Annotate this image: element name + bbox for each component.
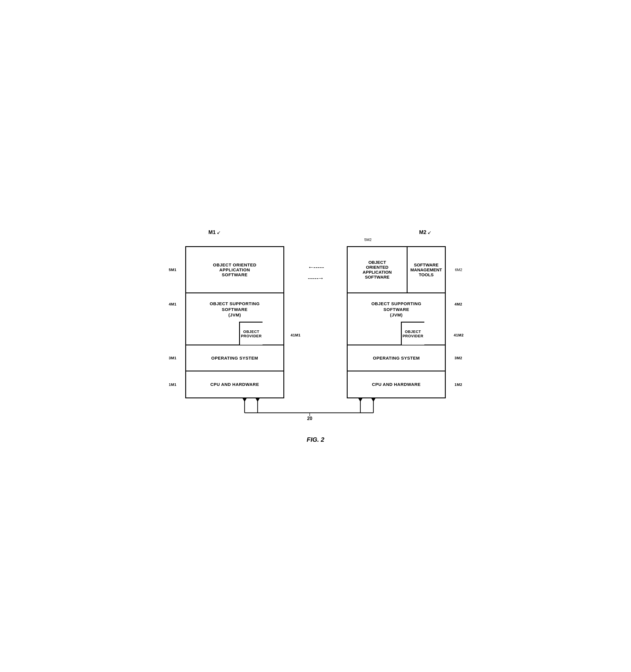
m1-cpu-ref: 1M1 — [169, 382, 177, 386]
m1-os-layer: 3M1 OPERATING SYSTEM — [186, 345, 283, 371]
m2-app-left-text: OBJECT ORIENTED APPLICATION SOFTWARE — [363, 260, 392, 280]
m2-app-right-ref: 6M2 — [455, 268, 462, 272]
svg-marker-6 — [358, 398, 363, 402]
diagram: M1 ↙ 5M1 OBJECT ORIENTED APPLICATION SOF… — [185, 229, 446, 443]
m1-provider-text: OBJECT PROVIDER — [241, 330, 262, 338]
m2-jvm-inner: OBJECT SUPPORTING SOFTWARE (JVM) OBJECT … — [369, 293, 424, 345]
m2-provider-text: OBJECT PROVIDER — [403, 330, 423, 338]
network-area: 20 — [185, 398, 446, 427]
m2-label: M2 — [419, 230, 426, 236]
network-svg: 20 — [200, 398, 431, 427]
m1-os-text: OPERATING SYSTEM — [211, 356, 258, 360]
m1-cpu-text: CPU AND HARDWARE — [210, 382, 259, 387]
m2-os-text: OPERATING SYSTEM — [373, 356, 420, 360]
m1-provider-ref: 41M1 — [290, 333, 301, 337]
machine-m1: M1 ↙ 5M1 OBJECT ORIENTED APPLICATION SOF… — [185, 246, 284, 398]
machines-row: M1 ↙ 5M1 OBJECT ORIENTED APPLICATION SOF… — [185, 229, 446, 398]
m1-app-layer: 5M1 OBJECT ORIENTED APPLICATION SOFTWARE — [186, 247, 283, 293]
left-arrow: ←- - - - - — [308, 264, 323, 271]
m1-object-provider: OBJECT PROVIDER — [239, 322, 262, 345]
m2-provider-ref: 41M2 — [453, 333, 464, 337]
m1-app-label: 5M1 — [169, 268, 177, 272]
m1-jvm-layer: OBJECT SUPPORTING SOFTWARE (JVM) OBJECT … — [186, 293, 283, 345]
svg-marker-8 — [371, 398, 375, 402]
m2-arrow-icon: ↙ — [427, 230, 431, 235]
m2-app-layer: OBJECT ORIENTED APPLICATION SOFTWARE SOF… — [348, 247, 445, 293]
m2-cpu-layer: 1M2 CPU AND HARDWARE — [348, 371, 445, 398]
m2-os-ref: 3M2 — [454, 356, 462, 360]
m1-jvm-inner: OBJECT SUPPORTING SOFTWARE (JVM) OBJECT … — [207, 293, 262, 345]
m1-app-text: OBJECT ORIENTED APPLICATION SOFTWARE — [213, 262, 256, 277]
m2-jvm-ref: 4M2 — [454, 302, 462, 306]
m1-arrow-icon: ↙ — [217, 230, 220, 235]
m1-os-ref: 3M1 — [169, 356, 177, 360]
svg-marker-3 — [256, 398, 260, 402]
m1-label: M1 — [208, 230, 216, 236]
m2-app-right: SOFTWARE MANAGEMENT TOOLS — [407, 247, 445, 292]
m2-jvm-layer: OBJECT SUPPORTING SOFTWARE (JVM) OBJECT … — [348, 293, 445, 345]
m2-5m2-ref: 5M2 — [364, 238, 371, 242]
m2-jvm-title: OBJECT SUPPORTING SOFTWARE (JVM) — [371, 298, 421, 318]
m2-app-right-text: SOFTWARE MANAGEMENT TOOLS — [411, 262, 442, 277]
m1-jvm-title: OBJECT SUPPORTING SOFTWARE (JVM) — [210, 298, 260, 318]
m2-object-provider: OBJECT PROVIDER — [401, 322, 424, 345]
machine-m2: M2 ↙ 5M2 OBJECT ORIENTED APPLICATION SOF… — [347, 246, 446, 398]
m2-box: OBJECT ORIENTED APPLICATION SOFTWARE SOF… — [347, 246, 446, 398]
right-arrow: - - - - -→ — [308, 274, 323, 282]
figure-label: FIG. 2 — [185, 436, 446, 443]
svg-text:20: 20 — [307, 416, 312, 421]
m1-cpu-layer: 1M1 CPU AND HARDWARE — [186, 371, 283, 398]
m1-box: 5M1 OBJECT ORIENTED APPLICATION SOFTWARE… — [185, 246, 284, 398]
m1-jvm-ref: 4M1 — [169, 302, 177, 306]
m2-app-left: OBJECT ORIENTED APPLICATION SOFTWARE — [348, 247, 407, 292]
m2-cpu-ref: 1M2 — [454, 382, 462, 386]
m2-os-layer: 3M2 OPERATING SYSTEM — [348, 345, 445, 371]
svg-marker-1 — [242, 398, 247, 402]
arrows-area: ←- - - - - - - - - -→ — [307, 264, 324, 282]
m2-cpu-text: CPU AND HARDWARE — [372, 382, 421, 387]
